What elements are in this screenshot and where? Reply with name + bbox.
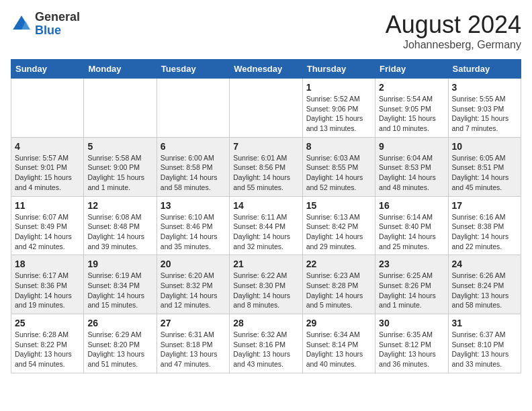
date-number: 17 [452, 200, 517, 211]
cell-info: Sunrise: 6:19 AM Sunset: 8:34 PM Dayligh… [87, 271, 152, 310]
calendar-cell: 7Sunrise: 6:01 AM Sunset: 8:56 PM Daylig… [230, 137, 302, 196]
cell-info: Sunrise: 6:08 AM Sunset: 8:48 PM Dayligh… [87, 212, 152, 252]
cell-info: Sunrise: 6:20 AM Sunset: 8:32 PM Dayligh… [161, 271, 226, 310]
date-number: 29 [306, 318, 371, 328]
calendar-cell: 26Sunrise: 6:29 AM Sunset: 8:20 PM Dayli… [84, 314, 157, 373]
header-row: Sunday Monday Tuesday Wednesday Thursday… [11, 60, 521, 79]
calendar-cell: 8Sunrise: 6:03 AM Sunset: 8:55 PM Daylig… [302, 137, 375, 196]
cell-info: Sunrise: 6:14 AM Sunset: 8:40 PM Dayligh… [379, 212, 444, 252]
cell-info: Sunrise: 6:07 AM Sunset: 8:49 PM Dayligh… [15, 212, 80, 252]
date-number: 27 [161, 318, 226, 328]
calendar-week-4: 18Sunrise: 6:17 AM Sunset: 8:36 PM Dayli… [11, 255, 521, 314]
date-number: 15 [306, 200, 371, 211]
cell-info: Sunrise: 6:22 AM Sunset: 8:30 PM Dayligh… [233, 271, 298, 310]
logo-general: General [35, 11, 80, 24]
calendar-cell: 14Sunrise: 6:11 AM Sunset: 8:44 PM Dayli… [230, 196, 302, 255]
date-number: 16 [379, 200, 444, 211]
cell-info: Sunrise: 6:10 AM Sunset: 8:46 PM Dayligh… [161, 212, 226, 252]
date-number: 14 [233, 200, 298, 211]
cell-info: Sunrise: 5:58 AM Sunset: 9:00 PM Dayligh… [87, 153, 152, 193]
cell-info: Sunrise: 6:26 AM Sunset: 8:24 PM Dayligh… [452, 271, 517, 310]
calendar-cell: 20Sunrise: 6:20 AM Sunset: 8:32 PM Dayli… [157, 255, 229, 314]
date-number: 1 [306, 82, 371, 93]
cell-info: Sunrise: 6:31 AM Sunset: 8:18 PM Dayligh… [161, 330, 226, 369]
logo-text: General Blue [35, 11, 80, 38]
cell-info: Sunrise: 5:52 AM Sunset: 9:06 PM Dayligh… [306, 94, 371, 134]
calendar-week-3: 11Sunrise: 6:07 AM Sunset: 8:49 PM Dayli… [11, 196, 521, 255]
logo: General Blue [11, 11, 80, 38]
cell-info: Sunrise: 6:34 AM Sunset: 8:14 PM Dayligh… [306, 330, 371, 369]
calendar-table: Sunday Monday Tuesday Wednesday Thursday… [11, 59, 521, 373]
cell-info: Sunrise: 6:00 AM Sunset: 8:58 PM Dayligh… [161, 153, 226, 193]
date-number: 22 [306, 259, 371, 269]
date-number: 8 [306, 141, 371, 152]
calendar-body: 1Sunrise: 5:52 AM Sunset: 9:06 PM Daylig… [11, 79, 521, 373]
calendar-cell: 17Sunrise: 6:16 AM Sunset: 8:38 PM Dayli… [448, 196, 521, 255]
logo-icon [11, 13, 32, 35]
date-number: 20 [161, 259, 226, 269]
calendar-cell: 25Sunrise: 6:28 AM Sunset: 8:22 PM Dayli… [11, 314, 84, 373]
date-number: 24 [452, 259, 517, 269]
date-number: 11 [15, 200, 80, 211]
calendar-cell: 4Sunrise: 5:57 AM Sunset: 9:01 PM Daylig… [11, 137, 84, 196]
calendar-cell: 3Sunrise: 5:55 AM Sunset: 9:03 PM Daylig… [448, 79, 521, 138]
date-number: 4 [15, 141, 80, 152]
calendar-cell: 30Sunrise: 6:35 AM Sunset: 8:12 PM Dayli… [375, 314, 448, 373]
cell-info: Sunrise: 5:57 AM Sunset: 9:01 PM Dayligh… [15, 153, 80, 193]
calendar-week-1: 1Sunrise: 5:52 AM Sunset: 9:06 PM Daylig… [11, 79, 521, 138]
calendar-cell: 28Sunrise: 6:32 AM Sunset: 8:16 PM Dayli… [230, 314, 302, 373]
date-number: 18 [15, 259, 80, 269]
calendar-cell: 19Sunrise: 6:19 AM Sunset: 8:34 PM Dayli… [84, 255, 157, 314]
page-header: General Blue August 2024 Johannesberg, G… [11, 11, 521, 51]
cell-info: Sunrise: 6:37 AM Sunset: 8:10 PM Dayligh… [452, 330, 517, 369]
cell-info: Sunrise: 5:55 AM Sunset: 9:03 PM Dayligh… [452, 94, 517, 134]
calendar-cell: 23Sunrise: 6:25 AM Sunset: 8:26 PM Dayli… [375, 255, 448, 314]
cell-info: Sunrise: 6:11 AM Sunset: 8:44 PM Dayligh… [233, 212, 298, 252]
calendar-cell: 16Sunrise: 6:14 AM Sunset: 8:40 PM Dayli… [375, 196, 448, 255]
calendar-cell: 11Sunrise: 6:07 AM Sunset: 8:49 PM Dayli… [11, 196, 84, 255]
cell-info: Sunrise: 6:17 AM Sunset: 8:36 PM Dayligh… [15, 271, 80, 310]
date-number: 6 [161, 141, 226, 152]
date-number: 10 [452, 141, 517, 152]
cell-info: Sunrise: 6:13 AM Sunset: 8:42 PM Dayligh… [306, 212, 371, 252]
cell-info: Sunrise: 6:03 AM Sunset: 8:55 PM Dayligh… [306, 153, 371, 193]
date-number: 31 [452, 318, 517, 328]
calendar-cell: 6Sunrise: 6:00 AM Sunset: 8:58 PM Daylig… [157, 137, 229, 196]
date-number: 7 [233, 141, 298, 152]
month-year-title: August 2024 [386, 11, 521, 39]
header-sunday: Sunday [11, 60, 84, 79]
cell-info: Sunrise: 6:05 AM Sunset: 8:51 PM Dayligh… [452, 153, 517, 193]
date-number: 3 [452, 82, 517, 93]
header-saturday: Saturday [448, 60, 521, 79]
cell-info: Sunrise: 6:01 AM Sunset: 8:56 PM Dayligh… [233, 153, 298, 193]
calendar-cell: 9Sunrise: 6:04 AM Sunset: 8:53 PM Daylig… [375, 137, 448, 196]
logo-blue: Blue [35, 24, 80, 38]
date-number: 23 [379, 259, 444, 269]
cell-info: Sunrise: 6:23 AM Sunset: 8:28 PM Dayligh… [306, 271, 371, 310]
calendar-week-5: 25Sunrise: 6:28 AM Sunset: 8:22 PM Dayli… [11, 314, 521, 373]
cell-info: Sunrise: 6:32 AM Sunset: 8:16 PM Dayligh… [233, 330, 298, 369]
calendar-cell: 5Sunrise: 5:58 AM Sunset: 9:00 PM Daylig… [84, 137, 157, 196]
header-monday: Monday [84, 60, 157, 79]
header-tuesday: Tuesday [157, 60, 229, 79]
calendar-cell: 13Sunrise: 6:10 AM Sunset: 8:46 PM Dayli… [157, 196, 229, 255]
calendar-header: Sunday Monday Tuesday Wednesday Thursday… [11, 60, 521, 79]
calendar-cell: 1Sunrise: 5:52 AM Sunset: 9:06 PM Daylig… [302, 79, 375, 138]
cell-info: Sunrise: 6:28 AM Sunset: 8:22 PM Dayligh… [15, 330, 80, 369]
calendar-cell: 22Sunrise: 6:23 AM Sunset: 8:28 PM Dayli… [302, 255, 375, 314]
location-title: Johannesberg, Germany [386, 39, 521, 51]
cell-info: Sunrise: 6:29 AM Sunset: 8:20 PM Dayligh… [87, 330, 152, 369]
date-number: 26 [87, 318, 152, 328]
calendar-cell [157, 79, 229, 138]
date-number: 19 [87, 259, 152, 269]
header-thursday: Thursday [302, 60, 375, 79]
calendar-cell: 10Sunrise: 6:05 AM Sunset: 8:51 PM Dayli… [448, 137, 521, 196]
calendar-week-2: 4Sunrise: 5:57 AM Sunset: 9:01 PM Daylig… [11, 137, 521, 196]
cell-info: Sunrise: 6:04 AM Sunset: 8:53 PM Dayligh… [379, 153, 444, 193]
date-number: 9 [379, 141, 444, 152]
date-number: 21 [233, 259, 298, 269]
date-number: 28 [233, 318, 298, 328]
title-block: August 2024 Johannesberg, Germany [386, 11, 521, 51]
date-number: 12 [87, 200, 152, 211]
calendar-cell [84, 79, 157, 138]
